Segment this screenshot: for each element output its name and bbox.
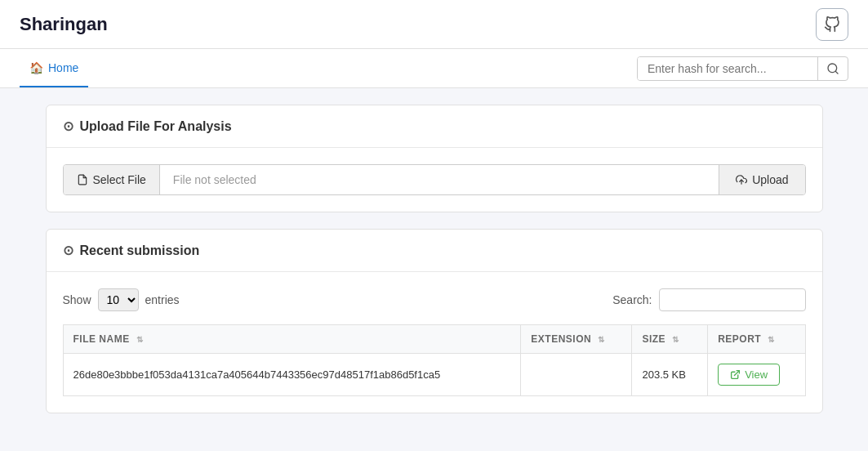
github-icon-button[interactable] xyxy=(816,8,848,41)
sort-icon-file-name[interactable]: ⇅ xyxy=(136,335,144,344)
file-name-display: File not selected xyxy=(160,165,719,194)
nav-links: 🏠 Home xyxy=(20,49,88,87)
sort-icon-size[interactable]: ⇅ xyxy=(672,335,679,344)
sort-icon-extension[interactable]: ⇅ xyxy=(598,335,605,344)
entries-label: entries xyxy=(145,293,180,306)
upload-card-title: Upload File For Analysis xyxy=(80,119,232,134)
file-upload-row: Select File File not selected Upload xyxy=(63,164,806,195)
show-entries: Show 10 25 50 entries xyxy=(63,288,180,311)
upload-card-body: Select File File not selected Upload xyxy=(47,148,822,212)
select-file-label: Select File xyxy=(93,173,146,186)
col-file-name: FILE NAME ⇅ xyxy=(63,325,521,354)
view-button[interactable]: View xyxy=(718,364,780,386)
cell-file-name: 26de80e3bbbe1f053da4131ca7a405644b744335… xyxy=(63,354,521,396)
sort-icon-report[interactable]: ⇅ xyxy=(768,335,775,344)
col-size-label: SIZE xyxy=(642,333,665,345)
upload-card: ⊙ Upload File For Analysis Select File F… xyxy=(46,105,823,212)
external-link-icon xyxy=(730,369,741,380)
svg-line-3 xyxy=(735,371,740,376)
select-file-button[interactable]: Select File xyxy=(64,165,160,194)
table-header-row: FILE NAME ⇅ EXTENSION ⇅ SIZE ⇅ REPORT xyxy=(63,325,805,354)
search-icon xyxy=(826,62,839,75)
upload-label: Upload xyxy=(752,173,788,186)
recent-header-icon: ⊙ xyxy=(63,243,73,258)
show-label: Show xyxy=(63,293,91,306)
nav-home-link[interactable]: 🏠 Home xyxy=(20,49,88,87)
cell-extension xyxy=(521,354,632,396)
nav-bar: 🏠 Home xyxy=(0,49,868,88)
github-icon xyxy=(824,16,840,33)
svg-line-1 xyxy=(835,71,838,74)
cell-size: 203.5 KB xyxy=(632,354,708,396)
main-content: ⊙ Upload File For Analysis Select File F… xyxy=(26,88,843,446)
col-size: SIZE ⇅ xyxy=(632,325,708,354)
app-header: Sharingan xyxy=(0,0,868,49)
table-controls: Show 10 25 50 entries Search: xyxy=(63,288,806,311)
col-report-label: REPORT xyxy=(718,333,761,345)
app-title: Sharingan xyxy=(20,14,108,35)
hash-search-input[interactable] xyxy=(638,57,817,80)
col-extension: EXTENSION ⇅ xyxy=(521,325,632,354)
table-search-row: Search: xyxy=(612,288,805,311)
search-container xyxy=(637,56,848,81)
upload-header-icon: ⊙ xyxy=(63,118,73,134)
table-body: 26de80e3bbbe1f053da4131ca7a405644b744335… xyxy=(63,354,805,396)
col-report: REPORT ⇅ xyxy=(708,325,805,354)
col-extension-label: EXTENSION xyxy=(531,333,591,345)
upload-button[interactable]: Upload xyxy=(719,165,804,194)
col-file-name-label: FILE NAME xyxy=(73,333,130,345)
file-icon xyxy=(77,174,88,185)
recent-card-title: Recent submission xyxy=(80,243,200,258)
upload-card-header: ⊙ Upload File For Analysis xyxy=(47,105,822,148)
search-button[interactable] xyxy=(817,57,848,80)
recent-card: ⊙ Recent submission Show 10 25 50 entrie… xyxy=(46,229,823,413)
nav-home-label: Home xyxy=(48,61,78,74)
table-search-label: Search: xyxy=(612,293,652,306)
data-table: FILE NAME ⇅ EXTENSION ⇅ SIZE ⇅ REPORT xyxy=(63,324,806,396)
recent-card-body: Show 10 25 50 entries Search: xyxy=(47,272,822,413)
upload-icon xyxy=(736,174,747,185)
recent-card-header: ⊙ Recent submission xyxy=(47,230,822,272)
home-icon: 🏠 xyxy=(29,61,43,74)
table-row: 26de80e3bbbe1f053da4131ca7a405644b744335… xyxy=(63,354,805,396)
entries-select[interactable]: 10 25 50 xyxy=(98,288,139,311)
cell-report: View xyxy=(708,354,805,396)
table-header: FILE NAME ⇅ EXTENSION ⇅ SIZE ⇅ REPORT xyxy=(63,325,805,354)
table-search-input[interactable] xyxy=(659,288,806,311)
